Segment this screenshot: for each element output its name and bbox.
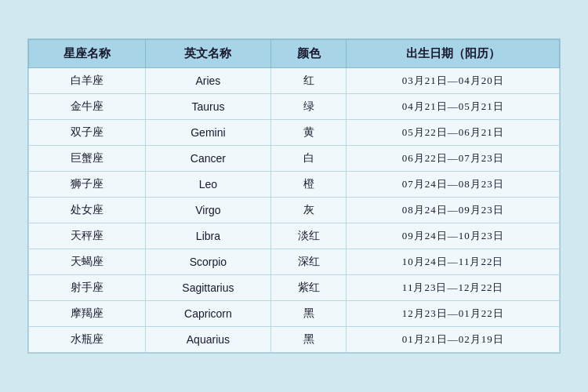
cell-chinese-name: 射手座 <box>29 275 146 301</box>
table-row: 狮子座Leo橙07月24日—08月23日 <box>29 172 560 198</box>
table-row: 天蝎座Scorpio深红10月24日—11月22日 <box>29 249 560 275</box>
cell-color: 紫红 <box>270 275 346 301</box>
cell-english-name: Virgo <box>146 198 271 223</box>
table-row: 巨蟹座Cancer白06月22日—07月23日 <box>29 146 560 172</box>
cell-dates: 08月24日—09月23日 <box>347 198 560 223</box>
cell-color: 橙 <box>270 172 346 198</box>
cell-english-name: Libra <box>146 223 271 249</box>
cell-dates: 03月21日—04月20日 <box>347 68 560 94</box>
cell-dates: 06月22日—07月23日 <box>347 146 560 172</box>
table-row: 水瓶座Aquarius黑01月21日—02月19日 <box>29 327 560 353</box>
cell-chinese-name: 摩羯座 <box>29 301 146 327</box>
cell-english-name: Capricorn <box>146 301 271 327</box>
cell-color: 黑 <box>270 301 346 327</box>
cell-dates: 05月22日—06月21日 <box>347 120 560 146</box>
cell-dates: 04月21日—05月21日 <box>347 94 560 120</box>
cell-chinese-name: 狮子座 <box>29 172 146 198</box>
cell-chinese-name: 天秤座 <box>29 223 146 249</box>
cell-dates: 01月21日—02月19日 <box>347 327 560 353</box>
cell-chinese-name: 水瓶座 <box>29 327 146 353</box>
cell-chinese-name: 双子座 <box>29 120 146 146</box>
cell-english-name: Aquarius <box>146 327 271 353</box>
table-row: 双子座Gemini黄05月22日—06月21日 <box>29 120 560 146</box>
cell-dates: 07月24日—08月23日 <box>347 172 560 198</box>
cell-chinese-name: 巨蟹座 <box>29 146 146 172</box>
table-row: 天秤座Libra淡红09月24日—10月23日 <box>29 223 560 249</box>
cell-dates: 11月23日—12月22日 <box>347 275 560 301</box>
header-english-name: 英文名称 <box>146 40 271 68</box>
cell-color: 黑 <box>270 327 346 353</box>
zodiac-table: 星座名称 英文名称 颜色 出生日期（阳历） 白羊座Aries红03月21日—04… <box>28 39 560 353</box>
header-dates: 出生日期（阳历） <box>347 40 560 68</box>
cell-color: 红 <box>270 68 346 94</box>
cell-color: 淡红 <box>270 223 346 249</box>
cell-english-name: Sagittarius <box>146 275 271 301</box>
cell-english-name: Aries <box>146 68 271 94</box>
cell-english-name: Taurus <box>146 94 271 120</box>
table-body: 白羊座Aries红03月21日—04月20日金牛座Taurus绿04月21日—0… <box>29 68 560 353</box>
cell-chinese-name: 处女座 <box>29 198 146 223</box>
table-header-row: 星座名称 英文名称 颜色 出生日期（阳历） <box>29 40 560 68</box>
cell-dates: 10月24日—11月22日 <box>347 249 560 275</box>
cell-dates: 09月24日—10月23日 <box>347 223 560 249</box>
cell-chinese-name: 白羊座 <box>29 68 146 94</box>
table-row: 金牛座Taurus绿04月21日—05月21日 <box>29 94 560 120</box>
cell-color: 绿 <box>270 94 346 120</box>
table-row: 摩羯座Capricorn黑12月23日—01月22日 <box>29 301 560 327</box>
cell-color: 深红 <box>270 249 346 275</box>
header-chinese-name: 星座名称 <box>29 40 146 68</box>
header-color: 颜色 <box>270 40 346 68</box>
cell-english-name: Gemini <box>146 120 271 146</box>
cell-english-name: Leo <box>146 172 271 198</box>
table-row: 射手座Sagittarius紫红11月23日—12月22日 <box>29 275 560 301</box>
cell-chinese-name: 天蝎座 <box>29 249 146 275</box>
cell-english-name: Cancer <box>146 146 271 172</box>
table-row: 处女座Virgo灰08月24日—09月23日 <box>29 198 560 223</box>
cell-color: 灰 <box>270 198 346 223</box>
cell-color: 黄 <box>270 120 346 146</box>
cell-chinese-name: 金牛座 <box>29 94 146 120</box>
cell-dates: 12月23日—01月22日 <box>347 301 560 327</box>
cell-english-name: Scorpio <box>146 249 271 275</box>
table-row: 白羊座Aries红03月21日—04月20日 <box>29 68 560 94</box>
zodiac-table-container: 星座名称 英文名称 颜色 出生日期（阳历） 白羊座Aries红03月21日—04… <box>27 38 561 354</box>
cell-color: 白 <box>270 146 346 172</box>
